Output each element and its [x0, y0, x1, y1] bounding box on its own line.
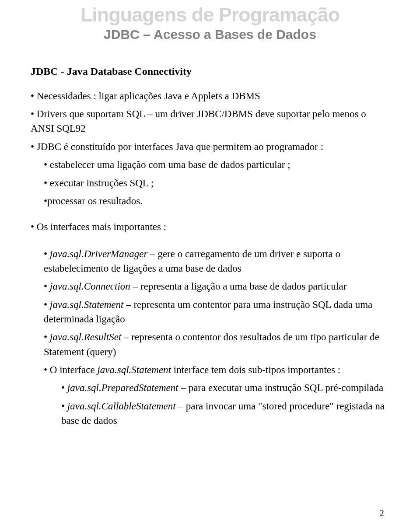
bullet-subtypes-intro: • O interface java.sql.Statement interfa…	[31, 363, 389, 377]
bullet-estabelecer: • estabelecer uma ligação com uma base d…	[31, 157, 389, 172]
bullet-processar: •processar os resultados.	[31, 194, 389, 208]
bullet-prefix: •	[44, 281, 50, 292]
bullet-drivers: • Drivers que suportam SQL – um driver J…	[31, 107, 389, 136]
bullet-resultset: • java.sql.ResultSet – representa o cont…	[31, 330, 389, 359]
bullet-text: interface tem dois sub-tipos importantes…	[171, 364, 340, 375]
class-callable-statement: java.sql.CallableStatement	[67, 401, 176, 412]
bullet-prefix: • O interface	[44, 364, 97, 375]
bullet-callable-statement: • java.sql.CallableStatement – para invo…	[31, 399, 389, 428]
bullet-text: – para executar uma instrução SQL pré-co…	[178, 382, 384, 393]
bullet-connection: • java.sql.Connection – representa a lig…	[31, 279, 389, 293]
class-statement: java.sql.Statement	[50, 299, 124, 310]
bullet-executar: • executar instruções SQL ;	[31, 176, 389, 190]
bullet-prefix: •	[44, 248, 50, 259]
page-content: JDBC - Java Database Connectivity • Nece…	[0, 42, 420, 428]
class-connection: java.sql.Connection	[50, 281, 130, 292]
bullet-driver-manager: • java.sql.DriverManager – gere o carreg…	[31, 247, 389, 276]
class-statement-ref: java.sql.Statement	[97, 364, 171, 375]
bullet-jdbc-interfaces: • JDBC é constituído por interfaces Java…	[31, 140, 389, 154]
class-driver-manager: java.sql.DriverManager	[50, 248, 148, 259]
page-header: Linguagens de Programação JDBC – Acesso …	[0, 0, 420, 42]
bullet-prefix: •	[61, 382, 67, 393]
header-title: Linguagens de Programação	[0, 3, 420, 26]
interfaces-heading: • Os interfaces mais importantes :	[31, 220, 389, 234]
bullet-statement: • java.sql.Statement – representa um con…	[31, 297, 389, 327]
section-title: JDBC - Java Database Connectivity	[31, 64, 389, 79]
bullet-prefix: •	[44, 332, 50, 342]
bullet-prefix: •	[44, 299, 50, 310]
class-resultset: java.sql.ResultSet	[50, 332, 122, 342]
bullet-prefix: •	[61, 401, 67, 412]
page-number: 2	[379, 507, 384, 519]
bullet-necessidades: • Necessidades : ligar aplicações Java e…	[31, 89, 389, 103]
bullet-text: – representa a ligação a uma base de dad…	[130, 281, 346, 292]
bullet-prepared-statement: • java.sql.PreparedStatement – para exec…	[31, 381, 389, 395]
header-subtitle: JDBC – Acesso a Bases de Dados	[0, 27, 420, 42]
class-prepared-statement: java.sql.PreparedStatement	[67, 382, 178, 393]
